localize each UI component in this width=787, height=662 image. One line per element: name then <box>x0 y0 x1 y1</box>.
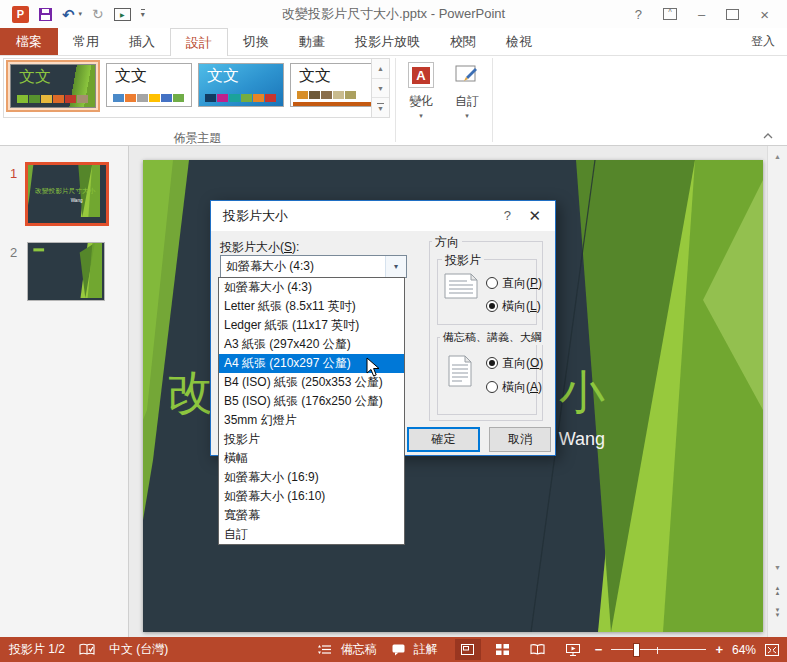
customize-qat-icon[interactable]: ▾ <box>141 9 145 19</box>
tab-insert[interactable]: 插入 <box>114 28 170 55</box>
dropdown-item[interactable]: 如螢幕大小 (4:3) <box>219 278 404 297</box>
theme-item-blue[interactable]: 文文 <box>198 63 284 107</box>
tab-animations[interactable]: 動畫 <box>284 28 340 55</box>
theme-sample-text: 文文 <box>199 64 283 86</box>
theme-color-swatches <box>205 94 276 102</box>
notes-portrait-radio[interactable] <box>486 357 498 369</box>
close-icon[interactable]: × <box>760 7 769 22</box>
orientation-label: 方向 <box>432 234 462 251</box>
normal-view-button[interactable] <box>455 639 481 660</box>
spellcheck-icon[interactable] <box>79 643 95 656</box>
notes-landscape-radio[interactable] <box>486 381 498 393</box>
dropdown-item[interactable]: Letter 紙張 (8.5x11 英吋) <box>219 297 404 316</box>
theme-color-swatches <box>17 95 88 103</box>
dropdown-item[interactable]: B5 (ISO) 紙張 (176x250 公釐) <box>219 392 404 411</box>
undo-dropdown-icon[interactable]: ▾ <box>79 10 83 18</box>
next-slide-icon[interactable]: ▼▼ <box>770 604 785 622</box>
dropdown-item[interactable]: 如螢幕大小 (16:10) <box>219 487 404 506</box>
dropdown-item[interactable]: 35mm 幻燈片 <box>219 411 404 430</box>
quick-access-toolbar: P ↶ ▾ ↻ ▶ ▾ <box>0 6 145 23</box>
comments-icon <box>392 644 405 656</box>
dropdown-item[interactable]: Ledger 紙張 (11x17 英吋) <box>219 316 404 335</box>
maximize-icon[interactable] <box>726 9 739 20</box>
tab-file[interactable]: 檔案 <box>0 28 58 55</box>
slide-2-thumbnail[interactable] <box>27 242 105 301</box>
slide-sorter-view-button[interactable] <box>490 639 516 660</box>
svg-text:Wang: Wang <box>71 198 83 203</box>
gallery-scrollbar: ▲ ▼ ▼ <box>371 59 389 117</box>
tab-review[interactable]: 校閱 <box>435 28 491 55</box>
theme-item-current[interactable]: 文文 <box>6 60 100 112</box>
tab-home[interactable]: 常用 <box>58 28 114 55</box>
help-icon[interactable]: ? <box>635 8 642 21</box>
dropdown-item[interactable]: 投影片 <box>219 430 404 449</box>
themes-gallery: 文文 文文 文文 文文 ▲ ▼ ▼ <box>3 58 390 118</box>
notes-toggle[interactable]: 備忘稿 <box>341 641 377 658</box>
start-slideshow-icon[interactable]: ▶ <box>114 8 131 21</box>
theme-item-tan[interactable]: 文文 <box>290 63 376 107</box>
zoom-level[interactable]: 64% <box>732 643 756 657</box>
dropdown-item[interactable]: 自訂 <box>219 525 404 544</box>
tab-slideshow[interactable]: 投影片放映 <box>340 28 435 55</box>
previous-slide-icon[interactable]: ▲▲ <box>770 582 785 600</box>
gallery-more-icon[interactable]: ▼ <box>372 98 389 117</box>
minimize-icon[interactable]: – <box>698 8 705 21</box>
zoom-slider-thumb[interactable] <box>633 643 640 657</box>
zoom-slider[interactable] <box>611 643 706 657</box>
ribbon-design: 文文 文文 文文 文文 ▲ ▼ ▼ 佈景主題 A 變化 ▾ <box>0 56 787 146</box>
reading-view-button[interactable] <box>525 639 551 660</box>
notes-portrait-label: 直向(O) <box>502 355 543 372</box>
slide-1-number: 1 <box>10 166 17 181</box>
svg-text:改變投影片尺寸大小: 改變投影片尺寸大小 <box>35 187 96 195</box>
mouse-cursor <box>366 357 380 381</box>
portrait-page-icon <box>448 355 472 387</box>
ok-button[interactable]: 確定 <box>407 427 480 452</box>
dropdown-item[interactable]: 橫幅 <box>219 449 404 468</box>
tab-design[interactable]: 設計 <box>170 28 228 56</box>
status-bar: 投影片 1/2 中文 (台灣) 備忘稿 註解 − <box>0 637 787 662</box>
group-separator <box>492 58 493 142</box>
slide-size-label: 投影片大小(S): <box>220 239 299 256</box>
dropdown-item[interactable]: 如螢幕大小 (16:9) <box>219 468 404 487</box>
theme-item-office[interactable]: 文文 <box>106 63 192 107</box>
save-icon[interactable] <box>39 8 52 21</box>
customize-button[interactable]: 自訂 ▾ <box>446 58 488 142</box>
combobox-arrow-icon[interactable]: ▾ <box>385 256 406 277</box>
dropdown-item[interactable]: A3 紙張 (297x420 公釐) <box>219 335 404 354</box>
cancel-button[interactable]: 取消 <box>489 427 551 452</box>
dialog-title: 投影片大小 <box>211 207 288 225</box>
combobox-value: 如螢幕大小 (4:3) <box>221 258 385 275</box>
slideshow-view-button[interactable] <box>560 639 586 660</box>
theme-color-swatches <box>113 94 184 102</box>
redo-icon[interactable]: ↻ <box>92 7 104 21</box>
language-indicator[interactable]: 中文 (台灣) <box>109 641 168 658</box>
tab-view[interactable]: 檢視 <box>491 28 547 55</box>
slide-1-thumbnail[interactable]: 改變投影片尺寸大小 Wang <box>25 162 109 226</box>
slide-landscape-radio[interactable] <box>486 300 498 312</box>
vertical-scrollbar[interactable]: ▲ ▼ ▲▲ ▼▼ <box>767 146 787 637</box>
scroll-up-icon[interactable]: ▲ <box>770 149 785 164</box>
zoom-in-button[interactable]: + <box>715 643 723 656</box>
theme-sample-text: 文文 <box>11 65 95 87</box>
dialog-help-icon[interactable]: ? <box>504 208 511 223</box>
slide-portrait-radio[interactable] <box>486 277 498 289</box>
variants-button[interactable]: A 變化 ▾ <box>400 58 442 142</box>
undo-icon[interactable]: ↶ <box>62 7 75 22</box>
zoom-out-button[interactable]: − <box>595 643 603 656</box>
sign-in-link[interactable]: 登入 <box>751 28 787 55</box>
slide-thumbnail-panel: 1 改變投影片尺寸大小 Wang 2 <box>0 146 129 637</box>
fit-to-window-icon[interactable] <box>765 644 779 656</box>
dialog-close-icon[interactable]: ✕ <box>528 207 541 225</box>
slide-size-combobox[interactable]: 如螢幕大小 (4:3) ▾ <box>220 255 407 278</box>
slide-subtitle-text: Wang <box>559 429 605 449</box>
tab-transitions[interactable]: 切換 <box>228 28 284 55</box>
comments-toggle[interactable]: 註解 <box>414 641 438 658</box>
collapse-ribbon-icon[interactable] <box>763 128 773 142</box>
scroll-down-icon[interactable]: ▼ <box>770 560 785 575</box>
ribbon-display-options-icon[interactable]: ˄ <box>663 8 677 20</box>
dropdown-item[interactable]: 寬螢幕 <box>219 506 404 525</box>
theme-sample-text: 文文 <box>107 64 191 86</box>
gallery-scroll-down-icon[interactable]: ▼ <box>372 79 389 99</box>
gallery-scroll-up-icon[interactable]: ▲ <box>372 59 389 79</box>
slide-counter[interactable]: 投影片 1/2 <box>9 641 65 658</box>
